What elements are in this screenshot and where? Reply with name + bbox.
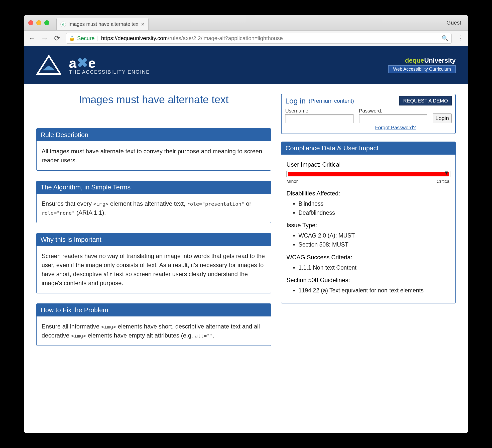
- panel-body: Screen readers have no way of translatin…: [37, 246, 271, 293]
- password-input[interactable]: [359, 114, 427, 123]
- login-button[interactable]: Login: [433, 113, 452, 123]
- panel-heading: Rule Description: [37, 129, 271, 141]
- address-bar[interactable]: 🔒 Secure | https://dequeuniversity.com/r…: [66, 33, 452, 44]
- axe-tagline: THE ACCESSIBILITY ENGINE: [69, 69, 150, 75]
- browser-tab[interactable]: d Images must have alternate tex ✕: [56, 18, 149, 30]
- favicon-icon: d: [60, 22, 66, 27]
- back-button[interactable]: ←: [28, 34, 36, 43]
- profile-label[interactable]: Guest: [446, 20, 464, 26]
- search-in-page-icon[interactable]: 🔍: [442, 35, 448, 42]
- site-banner: a✖e THE ACCESSIBILITY ENGINE dequeUniver…: [24, 46, 468, 84]
- impact-scale: Minor Critical: [286, 178, 450, 185]
- s508-heading: Section 508 Guidelines:: [286, 276, 450, 285]
- impact-meter: ▼: [286, 171, 450, 177]
- forgot-password-link[interactable]: Forgot Password?: [375, 125, 416, 130]
- password-label: Password:: [359, 108, 427, 114]
- wcag-heading: WCAG Success Criteria:: [286, 253, 450, 262]
- url-text: https://dequeuniversity.com/rules/axe/2.…: [101, 35, 283, 42]
- page-title: Images must have alternate text: [36, 94, 271, 106]
- panel-heading: The Algorithm, in Simple Terms: [37, 181, 271, 194]
- window-maximize-button[interactable]: [44, 20, 49, 25]
- list-item: 1.1.1 Non-text Content: [298, 263, 450, 272]
- panel-body: Ensure all informative <img> elements ha…: [37, 316, 271, 346]
- panel-rule-description: Rule Description All images must have al…: [36, 128, 271, 171]
- panel-heading: Compliance Data & User Impact: [281, 142, 455, 155]
- banner-right: dequeUniversity Web Accessibility Curric…: [388, 57, 456, 73]
- login-heading: Log in (Premium content) REQUEST A DEMO: [285, 96, 452, 105]
- menu-icon[interactable]: ⋮: [457, 34, 464, 42]
- side-column: Log in (Premium content) REQUEST A DEMO …: [281, 94, 456, 313]
- lock-icon: 🔒: [69, 36, 75, 41]
- request-demo-button[interactable]: REQUEST A DEMO: [399, 96, 452, 105]
- svg-marker-0: [37, 56, 60, 74]
- page-content: a✖e THE ACCESSIBILITY ENGINE dequeUniver…: [24, 46, 468, 433]
- user-impact-row: User Impact: Critical: [286, 160, 450, 169]
- list-item: 1194.22 (a) Text equivalent for non-text…: [298, 286, 450, 295]
- forward-button[interactable]: →: [41, 34, 48, 43]
- list-item: Deafblindness: [298, 208, 450, 217]
- s508-list: 1194.22 (a) Text equivalent for non-text…: [298, 286, 450, 295]
- impact-pointer-icon: ▼: [444, 171, 449, 175]
- reload-button[interactable]: ⟳: [53, 34, 61, 43]
- panel-body: User Impact: Critical ▼ Minor Critical D…: [281, 155, 455, 303]
- panel-compliance: Compliance Data & User Impact User Impac…: [281, 142, 456, 303]
- panel-heading: How to Fix the Problem: [37, 304, 271, 316]
- axe-brand: a✖e THE ACCESSIBILITY ENGINE: [69, 55, 150, 75]
- deque-university-logo[interactable]: dequeUniversity: [388, 57, 456, 64]
- login-box: Log in (Premium content) REQUEST A DEMO …: [281, 94, 456, 134]
- browser-window: d Images must have alternate tex ✕ Guest…: [24, 15, 468, 433]
- impact-bar-fill: [288, 172, 449, 176]
- wcag-list: 1.1.1 Non-text Content: [298, 263, 450, 272]
- panel-algorithm: The Algorithm, in Simple Terms Ensures t…: [36, 181, 271, 223]
- username-label: Username:: [285, 108, 353, 114]
- login-form: Username: Password: Login: [285, 108, 452, 123]
- tab-title: Images must have alternate tex: [68, 21, 138, 27]
- issue-type-list: WCAG 2.0 (A): MUST Section 508: MUST: [298, 231, 450, 249]
- curriculum-badge: Web Accessibility Curriculum: [388, 65, 456, 73]
- traffic-lights: [28, 20, 49, 25]
- window-close-button[interactable]: [28, 20, 33, 25]
- panel-heading: Why this is Important: [37, 233, 271, 246]
- disabilities-heading: Disabilities Affected:: [286, 189, 450, 198]
- panel-why-important: Why this is Important Screen readers hav…: [36, 233, 271, 293]
- secure-label: Secure: [77, 35, 95, 42]
- axe-logo-icon: [36, 55, 61, 75]
- window-minimize-button[interactable]: [36, 20, 41, 25]
- panel-body: Ensures that every <img> element has alt…: [37, 194, 271, 223]
- panel-how-to-fix: How to Fix the Problem Ensure all inform…: [36, 303, 271, 346]
- url-separator: |: [97, 35, 99, 42]
- titlebar: d Images must have alternate tex ✕ Guest: [24, 15, 468, 31]
- browser-toolbar: ← → ⟳ 🔒 Secure | https://dequeuniversity…: [24, 31, 468, 46]
- svg-marker-1: [42, 65, 55, 70]
- tab-close-icon[interactable]: ✕: [141, 22, 145, 27]
- list-item: WCAG 2.0 (A): MUST: [298, 231, 450, 240]
- main-column: Images must have alternate text Rule Des…: [36, 94, 271, 356]
- list-item: Section 508: MUST: [298, 240, 450, 249]
- username-input[interactable]: [285, 114, 353, 123]
- panel-body: All images must have alternate text to c…: [37, 141, 271, 170]
- disabilities-list: Blindness Deafblindness: [298, 199, 450, 217]
- list-item: Blindness: [298, 199, 450, 208]
- issue-type-heading: Issue Type:: [286, 221, 450, 230]
